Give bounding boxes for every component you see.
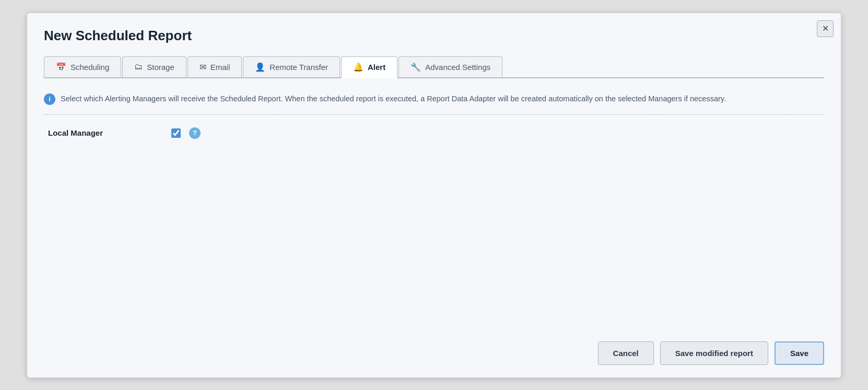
info-icon: i	[44, 93, 55, 105]
tab-storage-label: Storage	[147, 63, 174, 72]
advanced-settings-icon: 🔧	[410, 62, 421, 72]
dialog-title: New Scheduled Report	[44, 28, 824, 44]
tab-remote-transfer[interactable]: 👤 Remote Transfer	[243, 56, 340, 77]
local-manager-label: Local Manager	[48, 128, 163, 137]
cancel-button[interactable]: Cancel	[598, 341, 654, 365]
info-text: Select which Alerting Managers will rece…	[61, 93, 726, 104]
save-button[interactable]: Save	[775, 341, 824, 365]
local-manager-row: Local Manager ?	[44, 127, 824, 139]
tab-bar: 📅 Scheduling 🗂 Storage ✉ Email 👤 Remote …	[44, 56, 824, 78]
info-section: i Select which Alerting Managers will re…	[44, 93, 824, 105]
email-icon: ✉	[200, 62, 206, 72]
section-divider	[44, 114, 824, 115]
tab-email-label: Email	[210, 63, 230, 72]
tab-email[interactable]: ✉ Email	[187, 56, 242, 77]
alert-icon: 🔔	[353, 62, 363, 72]
tab-scheduling-label: Scheduling	[71, 63, 109, 72]
tab-advanced-settings[interactable]: 🔧 Advanced Settings	[398, 56, 502, 77]
scheduling-icon: 📅	[56, 62, 66, 72]
tab-scheduling[interactable]: 📅 Scheduling	[44, 56, 121, 77]
local-manager-checkbox[interactable]	[171, 128, 181, 138]
tab-alert[interactable]: 🔔 Alert	[341, 56, 397, 78]
remote-transfer-icon: 👤	[255, 62, 265, 72]
tab-advanced-settings-label: Advanced Settings	[425, 63, 490, 72]
tab-remote-transfer-label: Remote Transfer	[269, 63, 328, 72]
tab-storage[interactable]: 🗂 Storage	[122, 56, 186, 77]
tab-alert-label: Alert	[368, 63, 385, 72]
save-modified-button[interactable]: Save modified report	[660, 341, 768, 365]
close-button[interactable]: ✕	[817, 20, 834, 37]
dialog-footer: Cancel Save modified report Save	[44, 333, 824, 365]
new-scheduled-report-dialog: ✕ New Scheduled Report 📅 Scheduling 🗂 St…	[27, 13, 841, 378]
storage-icon: 🗂	[134, 62, 143, 72]
help-icon[interactable]: ?	[189, 127, 201, 139]
